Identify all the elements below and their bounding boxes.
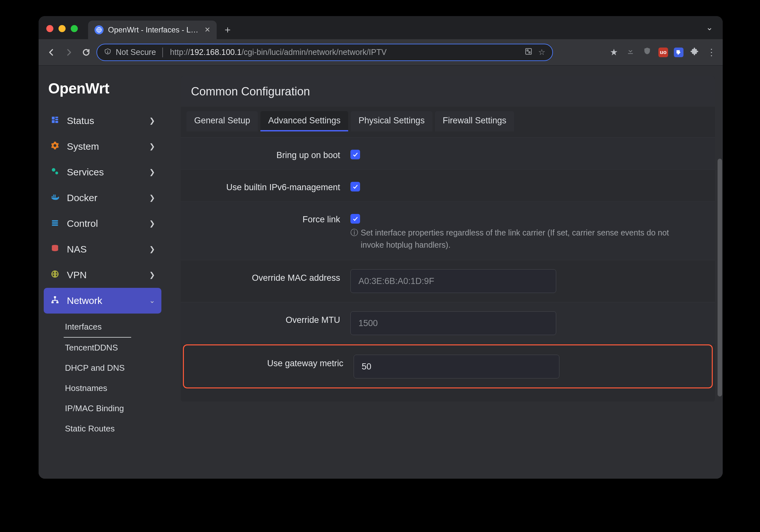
chevron-right-icon: ❯ bbox=[149, 168, 155, 176]
sidebar-item-network[interactable]: Network ⌄ bbox=[44, 288, 162, 314]
svg-rect-26 bbox=[51, 301, 54, 303]
tab-favicon bbox=[95, 25, 104, 34]
svg-rect-7 bbox=[529, 52, 530, 53]
gear-icon bbox=[50, 141, 60, 152]
address-bar[interactable]: Not Secure │ http://192.168.100.1/cgi-bi… bbox=[96, 44, 553, 61]
gateway-metric-input[interactable] bbox=[354, 355, 559, 378]
sidebar-subitem-ipmac[interactable]: IP/MAC Binding bbox=[64, 398, 162, 419]
sidebar-item-services[interactable]: Services ❯ bbox=[44, 159, 162, 185]
chevron-right-icon: ❯ bbox=[149, 194, 155, 202]
menu-icon[interactable]: ⋮ bbox=[706, 47, 717, 58]
reload-button[interactable] bbox=[79, 45, 93, 60]
tab-firewall-settings[interactable]: Firewall Settings bbox=[435, 111, 514, 131]
svg-rect-22 bbox=[52, 224, 58, 226]
sidebar-item-control[interactable]: Control ❯ bbox=[44, 211, 162, 237]
sidebar: OpenWrt Status ❯ System ❯ Services bbox=[39, 66, 166, 479]
svg-rect-10 bbox=[55, 118, 58, 120]
status-icon bbox=[50, 116, 60, 126]
url-text: http://192.168.100.1/cgi-bin/luci/admin/… bbox=[170, 48, 387, 57]
panel-title: Common Configuration bbox=[181, 76, 715, 107]
tab-advanced-settings[interactable]: Advanced Settings bbox=[261, 111, 348, 131]
browser-tab[interactable]: OpenWrt - Interfaces - LuCI ✕ bbox=[88, 21, 217, 39]
content-scrollbar[interactable] bbox=[718, 159, 722, 396]
row-override-mac: Override MAC address bbox=[181, 260, 715, 302]
row-ipv6-management: Use builtin IPv6-management bbox=[181, 169, 715, 201]
svg-rect-27 bbox=[56, 301, 59, 303]
field-label: Override MTU bbox=[190, 311, 351, 325]
field-label: Use gateway metric bbox=[193, 355, 354, 369]
svg-rect-8 bbox=[52, 116, 55, 119]
svg-rect-15 bbox=[52, 196, 53, 197]
ipv6-checkbox[interactable] bbox=[351, 182, 360, 192]
svg-point-13 bbox=[52, 168, 55, 172]
back-button[interactable] bbox=[44, 45, 59, 60]
panel-tabs: General Setup Advanced Settings Physical… bbox=[181, 107, 715, 131]
sidebar-subitem-tencentddns[interactable]: TencentDDNS bbox=[64, 338, 162, 358]
row-gateway-metric: Use gateway metric bbox=[184, 345, 712, 387]
network-icon bbox=[50, 295, 60, 306]
sidebar-item-docker[interactable]: Docker ❯ bbox=[44, 185, 162, 211]
field-hint: ⓘ Set interface properties regardless of… bbox=[351, 227, 691, 251]
minimize-window-button[interactable] bbox=[59, 25, 66, 32]
maximize-window-button[interactable] bbox=[71, 25, 78, 32]
extension-icon[interactable] bbox=[674, 48, 684, 57]
sidebar-item-label: Docker bbox=[67, 193, 97, 203]
sidebar-item-label: Status bbox=[67, 115, 94, 126]
sidebar-item-system[interactable]: System ❯ bbox=[44, 134, 162, 159]
config-panel: Common Configuration General Setup Advan… bbox=[181, 76, 715, 402]
close-window-button[interactable] bbox=[46, 25, 53, 32]
sidebar-subitem-interfaces[interactable]: Interfaces bbox=[64, 317, 131, 338]
sidebar-item-vpn[interactable]: VPN ❯ bbox=[44, 262, 162, 288]
gears-icon bbox=[50, 167, 60, 178]
sidebar-item-label: Network bbox=[67, 295, 102, 306]
sidebar-item-label: VPN bbox=[67, 270, 87, 281]
info-icon: ⓘ bbox=[351, 227, 358, 251]
svg-rect-18 bbox=[53, 195, 54, 196]
tab-general-setup[interactable]: General Setup bbox=[186, 111, 258, 131]
new-tab-button[interactable]: ＋ bbox=[220, 22, 235, 37]
database-icon bbox=[50, 244, 60, 255]
svg-rect-12 bbox=[55, 121, 58, 123]
security-label: Not Secure bbox=[116, 48, 156, 57]
row-override-mtu: Override MTU bbox=[181, 302, 715, 344]
browser-window: OpenWrt - Interfaces - LuCI ✕ ＋ ⌄ Not Se… bbox=[39, 16, 723, 479]
bring-up-checkbox[interactable] bbox=[351, 150, 360, 159]
svg-rect-19 bbox=[55, 195, 56, 196]
close-tab-button[interactable]: ✕ bbox=[205, 26, 210, 34]
svg-rect-21 bbox=[52, 222, 58, 223]
content-area: Common Configuration General Setup Advan… bbox=[166, 66, 723, 479]
tab-title: OpenWrt - Interfaces - LuCI bbox=[108, 25, 200, 34]
sidebar-item-label: Services bbox=[67, 167, 104, 178]
tab-physical-settings[interactable]: Physical Settings bbox=[351, 111, 432, 131]
svg-rect-6 bbox=[527, 50, 528, 51]
translate-icon[interactable] bbox=[525, 48, 532, 57]
mac-input[interactable] bbox=[351, 269, 556, 293]
bookmark-icon[interactable]: ★ bbox=[608, 47, 619, 58]
tabs-overflow-button[interactable]: ⌄ bbox=[706, 22, 713, 32]
svg-rect-9 bbox=[55, 116, 58, 118]
sidebar-item-nas[interactable]: NAS ❯ bbox=[44, 237, 162, 262]
chevron-down-icon: ⌄ bbox=[149, 296, 155, 305]
forward-button[interactable] bbox=[62, 45, 76, 60]
sidebar-item-label: NAS bbox=[67, 244, 87, 255]
shield-icon[interactable] bbox=[642, 47, 653, 58]
sidebar-item-status[interactable]: Status ❯ bbox=[44, 108, 162, 134]
sidebar-subitem-static-routes[interactable]: Static Routes bbox=[64, 419, 162, 439]
chevron-right-icon: ❯ bbox=[149, 245, 155, 253]
download-icon[interactable] bbox=[625, 47, 636, 58]
svg-point-4 bbox=[107, 52, 108, 53]
globe-icon bbox=[50, 270, 60, 281]
svg-point-14 bbox=[55, 172, 58, 174]
sidebar-subitem-hostnames[interactable]: Hostnames bbox=[64, 378, 162, 398]
field-label: Override MAC address bbox=[190, 269, 351, 283]
docker-icon bbox=[50, 193, 60, 204]
ublock-icon[interactable]: uo bbox=[658, 48, 668, 57]
sidebar-subitem-dhcp-dns[interactable]: DHCP and DNS bbox=[64, 358, 162, 378]
extensions-icon[interactable] bbox=[689, 47, 700, 58]
row-force-link: Force link ⓘ Set interface properties re… bbox=[181, 201, 715, 260]
mtu-input[interactable] bbox=[351, 311, 556, 335]
force-link-checkbox[interactable] bbox=[351, 214, 360, 224]
svg-rect-17 bbox=[55, 196, 56, 197]
svg-rect-25 bbox=[54, 296, 56, 298]
bookmark-star-icon[interactable]: ☆ bbox=[538, 48, 545, 57]
